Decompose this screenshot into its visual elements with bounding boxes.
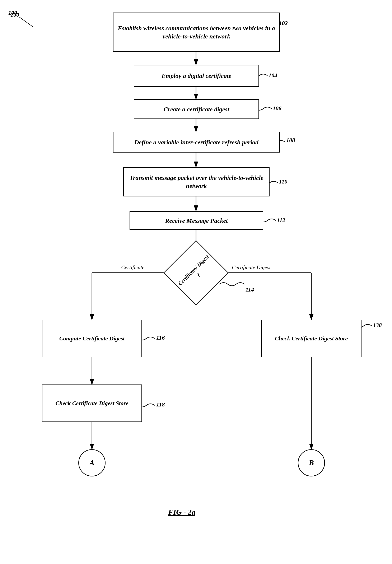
ref-106: 106 [273, 105, 281, 112]
diamond-certificate-digest: Certificate/ Digest ? [173, 246, 219, 300]
ref-138: 138 [373, 322, 382, 328]
ref-104: 104 [268, 72, 277, 79]
svg-line-16 [19, 17, 33, 27]
ref-118: 118 [156, 401, 165, 408]
box-establish-wireless: Establish wireless communications betwee… [113, 13, 280, 52]
box-check-digest-store-right: Check Certificate Digest Store [261, 320, 362, 357]
ref-100-arrow: 100 [6, 8, 48, 33]
box-define-variable: Define a variable inter-certificate refr… [113, 132, 280, 153]
ref-102: 102 [279, 20, 288, 27]
box-receive-message: Receive Message Packet [129, 211, 263, 230]
diagram-container: 100 Establish wireless communications be… [0, 0, 392, 564]
ref-108: 108 [286, 137, 295, 143]
ref-114: 114 [246, 286, 254, 293]
ref-112: 112 [277, 217, 285, 224]
ref-116: 116 [156, 334, 165, 341]
branch-digest-label: Certificate Digest [232, 264, 271, 271]
ref-110: 110 [279, 178, 287, 185]
box-create-digest: Create a certificate digest [134, 99, 259, 119]
box-transmit-message: Transmit message packet over the vehicle… [123, 167, 269, 197]
circle-a: A [78, 449, 106, 477]
box-check-digest-store-left: Check Certificate Digest Store [42, 384, 142, 422]
box-compute-digest: Compute Certificate Digest [42, 320, 142, 357]
fig-caption: FIG - 2a [129, 508, 234, 517]
branch-certificate-label: Certificate [121, 264, 144, 271]
svg-text:100: 100 [8, 9, 17, 16]
circle-b: B [298, 449, 325, 477]
box-employ-certificate: Employ a digital certificate [134, 65, 259, 87]
